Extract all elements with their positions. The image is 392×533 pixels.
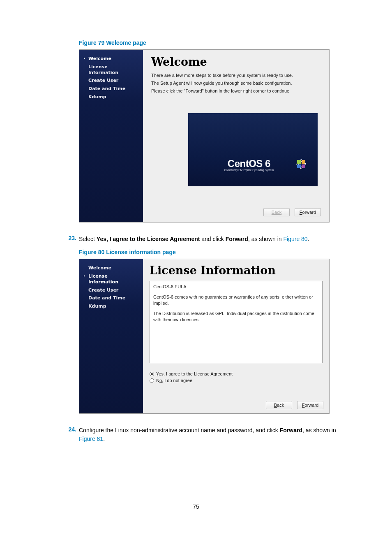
page-title: Welcome bbox=[151, 56, 321, 68]
figure-79-caption: Figure 79 Welcome page bbox=[79, 39, 347, 46]
brand-name: CentOS 6 bbox=[228, 158, 270, 169]
figure-81-link[interactable]: Figure 81 bbox=[79, 436, 103, 442]
sidebar-item-date-time-2[interactable]: Date and Time bbox=[85, 294, 139, 302]
main-pane: Welcome There are a few more steps to ta… bbox=[143, 50, 329, 222]
sidebar-item-kdump-2[interactable]: Kdump bbox=[85, 302, 139, 311]
step-23-number: 23. bbox=[67, 235, 79, 243]
license-p2: The Distribution is released as GPL. Ind… bbox=[153, 311, 319, 323]
license-radio-group: Yes, I agree to the License Agreement No… bbox=[150, 371, 323, 383]
brand-tagline: Community ENTerprise Operating System bbox=[224, 169, 274, 171]
centos-banner: CentOS 6 Community ENTerprise Operating … bbox=[188, 113, 318, 186]
screenshot-license: Welcome License Information Create User … bbox=[79, 259, 330, 414]
figure-80-link[interactable]: Figure 80 bbox=[283, 236, 307, 242]
forward-rest-2: orward bbox=[305, 403, 319, 408]
step-24-text: Configure the Linux non-administrative a… bbox=[79, 426, 347, 443]
sidebar-item-license[interactable]: License Information bbox=[85, 63, 139, 77]
sidebar-item-create-user-2[interactable]: Create User bbox=[85, 286, 139, 294]
page-title-2: License Information bbox=[150, 264, 323, 277]
license-title: CentOS-6 EULA bbox=[153, 284, 319, 290]
forward-underline-2: F bbox=[302, 403, 305, 408]
sidebar-item-license-2[interactable]: License Information bbox=[85, 272, 139, 286]
radio-yes-dot bbox=[150, 372, 154, 376]
figure-80-caption: Figure 80 License information page bbox=[79, 249, 347, 255]
back-underline-2: B bbox=[274, 403, 277, 408]
back-button[interactable]: Back bbox=[263, 208, 290, 216]
intro-text-2: The Setup Agent will now guide you throu… bbox=[151, 80, 321, 86]
setup-sidebar: Welcome License Information Create User … bbox=[79, 50, 143, 222]
sidebar-item-create-user[interactable]: Create User bbox=[85, 76, 139, 85]
sidebar-item-date-time[interactable]: Date and Time bbox=[85, 85, 139, 93]
license-textbox: CentOS-6 EULA CentOS-6 comes with no gua… bbox=[150, 281, 323, 363]
back-button-label: Back bbox=[272, 210, 281, 215]
sidebar-item-welcome-2[interactable]: Welcome bbox=[85, 264, 139, 272]
step-24: 24. Configure the Linux non-administrati… bbox=[67, 426, 347, 443]
screenshot-welcome: Welcome License Information Create User … bbox=[79, 49, 330, 222]
forward-underline: F bbox=[300, 210, 302, 215]
intro-text-3: Please click the "Forward" button in the… bbox=[151, 88, 321, 94]
sidebar-item-welcome[interactable]: Welcome bbox=[85, 55, 139, 63]
forward-button-2[interactable]: Forward bbox=[297, 401, 323, 409]
radio-yes[interactable]: Yes, I agree to the License Agreement bbox=[150, 371, 323, 376]
forward-button[interactable]: Forward bbox=[295, 208, 321, 216]
radio-no[interactable]: No, I do not agree bbox=[150, 378, 323, 383]
license-p1: CentOS-6 comes with no guarantees or war… bbox=[153, 294, 319, 306]
step-23: 23. Select Yes, I agree to the License A… bbox=[67, 235, 347, 243]
main-pane-2: License Information CentOS-6 EULA CentOS… bbox=[143, 259, 329, 413]
step-23-text: Select Yes, I agree to the License Agree… bbox=[79, 235, 347, 243]
centos-logo-icon bbox=[295, 158, 307, 170]
intro-text-1: There are a few more steps to take befor… bbox=[151, 72, 321, 79]
step-24-number: 24. bbox=[67, 426, 79, 443]
sidebar-item-kdump[interactable]: Kdump bbox=[85, 93, 139, 101]
radio-no-dot bbox=[150, 378, 154, 383]
back-rest-2: ack bbox=[277, 403, 284, 408]
forward-rest: orward bbox=[302, 210, 316, 215]
setup-sidebar-2: Welcome License Information Create User … bbox=[79, 259, 143, 413]
back-button-2[interactable]: Back bbox=[266, 401, 292, 409]
page-number: 75 bbox=[0, 503, 392, 510]
